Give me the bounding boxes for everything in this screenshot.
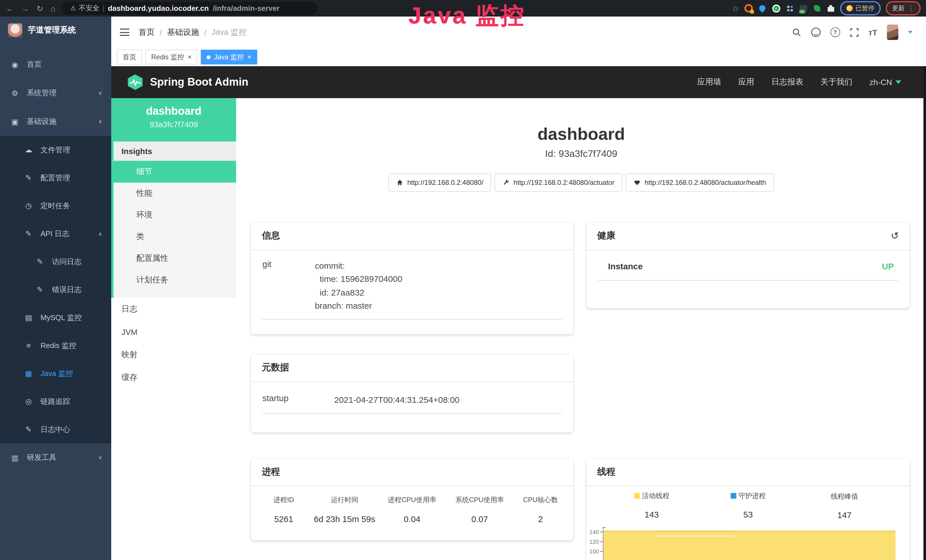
menu-item-logs[interactable]: 日志: [111, 298, 236, 321]
extension-on-icon[interactable]: on: [799, 4, 808, 12]
paused-label: 已暂停: [856, 4, 875, 12]
tick-mark: [600, 551, 603, 552]
menu-item-metrics[interactable]: 性能: [113, 183, 236, 204]
menu-item-details[interactable]: 细节: [113, 161, 236, 183]
font-size-icon[interactable]: тT: [869, 28, 877, 37]
bookmark-star-icon[interactable]: ☆: [732, 4, 739, 13]
instance-header: dashboard 93a3fc7f7409: [111, 98, 236, 141]
info-card-title: 信息: [251, 222, 573, 250]
instance-sidebar: dashboard 93a3fc7f7409 Insights 细节 性能 环境…: [111, 98, 236, 560]
reload-icon[interactable]: ↻: [36, 4, 43, 12]
sba-nav-wallboard[interactable]: 应用墙: [697, 77, 721, 87]
help-icon[interactable]: ?: [830, 27, 840, 37]
tick-mark: [600, 542, 603, 542]
y-tick-120: 120: [586, 539, 599, 545]
sidebar-item-redis[interactable]: ≡ Redis 监控: [0, 331, 111, 359]
url-domain: dashboard.yudao.iocoder.cn: [108, 4, 209, 12]
address-bar[interactable]: ⚠ 不安全 dashboard.yudao.iocoder.cn/infra/a…: [62, 2, 318, 15]
sidebar-item-config[interactable]: ✎ 配置管理: [0, 164, 111, 192]
sba-nav-applications[interactable]: 应用: [738, 77, 754, 87]
hamburger-icon[interactable]: [120, 29, 130, 36]
close-icon[interactable]: ×: [247, 54, 251, 61]
user-avatar[interactable]: [887, 24, 898, 40]
metadata-card: 元数据 startup 2021-04-27T00:44:31.254+08:0…: [251, 354, 573, 433]
breadcrumb-infra[interactable]: 基础设施: [167, 27, 199, 37]
sidebar-item-mysql[interactable]: ▤ MySQL 监控: [0, 304, 111, 331]
sba-nav-about[interactable]: 关于我们: [820, 77, 852, 87]
language-selector[interactable]: zh-CN: [870, 77, 901, 87]
sba-nav-journal[interactable]: 日志报表: [772, 77, 803, 87]
threads-legend: 活动线程 143 守护进程 53 线程峰值: [586, 486, 910, 520]
sidebar-item-error-log[interactable]: ✎ 错误日志: [0, 275, 111, 304]
sba-brand[interactable]: Spring Boot Admin: [150, 76, 248, 88]
home-icon[interactable]: ⌂: [50, 4, 55, 12]
annotation-text: Java 监控: [409, 0, 526, 31]
threads-area-series: [604, 531, 896, 560]
process-col-pid: 进程ID: [257, 495, 311, 505]
tab-redis[interactable]: Redis 监控 ×: [145, 50, 197, 65]
github-icon[interactable]: [811, 27, 820, 37]
history-icon[interactable]: ↺: [891, 230, 899, 242]
close-icon[interactable]: ×: [188, 54, 192, 61]
avatar-caret-icon[interactable]: [908, 31, 912, 34]
update-label: 更新: [892, 4, 905, 12]
sidebar-item-infra[interactable]: ▣ 基础设施 ∧: [0, 107, 111, 136]
url-path: /infra/admin-server: [213, 4, 280, 12]
search-icon[interactable]: [792, 28, 801, 37]
sidebar-item-trace[interactable]: ◎ 链路追踪: [0, 387, 111, 415]
fullscreen-icon[interactable]: [850, 28, 859, 37]
security-warning[interactable]: ⚠ 不安全: [70, 3, 99, 13]
extension-grid-icon[interactable]: [785, 4, 794, 12]
emoji-face-icon: [846, 5, 853, 11]
service-url-button[interactable]: http://192.168.0.2:48080/: [389, 173, 492, 192]
menu-item-config-props[interactable]: 配置属性: [113, 248, 236, 269]
sidebar-item-java[interactable]: ▦ Java 监控: [0, 359, 111, 387]
metadata-card-title: 元数据: [251, 354, 573, 382]
menu-item-mappings[interactable]: 映射: [111, 344, 236, 366]
health-url-button[interactable]: http://192.168.0.2:48080/actuator/health: [626, 173, 774, 192]
sidebar-item-access-log[interactable]: ✎ 访问日志: [0, 248, 111, 275]
menu-item-jvm[interactable]: JVM: [111, 321, 236, 344]
extension-puzzle-icon[interactable]: [826, 4, 835, 12]
extension-pin-icon[interactable]: [758, 4, 767, 12]
app-logo: [8, 23, 22, 37]
legend-daemon-value: 53: [700, 510, 796, 519]
extension-green-circle-icon[interactable]: y: [772, 4, 780, 12]
layers-icon: ≡: [24, 341, 33, 350]
tab-home[interactable]: 首页: [117, 50, 142, 65]
paused-extension-badge[interactable]: 已暂停: [840, 1, 881, 15]
app-sidebar: 芋道管理系统 ◉ 首页 ⚙ 系统管理 ∨ ▣ 基础设施 ∧ ☁ 文件管理: [0, 17, 111, 560]
extension-orange-icon[interactable]: 1: [744, 4, 753, 12]
actuator-url-button[interactable]: http://192.168.0.2:48080/actuator: [495, 173, 623, 192]
menu-item-scheduled-tasks[interactable]: 计划任务: [113, 269, 236, 291]
page-scrollbar[interactable]: [923, 66, 926, 560]
sidebar-item-log-center[interactable]: ✎ 日志中心: [0, 415, 111, 443]
sidebar-item-system[interactable]: ⚙ 系统管理 ∨: [0, 79, 111, 107]
menu-item-caches[interactable]: 缓存: [111, 366, 236, 389]
sidebar-item-home[interactable]: ◉ 首页: [0, 50, 111, 79]
sidebar-item-api-log[interactable]: ✎ API 日志 ∧: [0, 219, 111, 248]
sidebar-item-dev-tools[interactable]: ▥ 研发工具 ∨: [0, 443, 111, 472]
chevron-up-icon: ∧: [98, 231, 102, 236]
tags-view: 首页 Redis 监控 × Java 监控 ×: [111, 48, 926, 67]
update-browser-button[interactable]: 更新 ⋮: [886, 1, 921, 15]
legend-blue-swatch: [730, 493, 736, 499]
app-title: 芋道管理系统: [28, 25, 76, 35]
breadcrumb-home[interactable]: 首页: [139, 27, 154, 37]
menu-item-environment[interactable]: 环境: [113, 204, 236, 226]
breadcrumb-separator: /: [160, 28, 162, 37]
legend-yellow-swatch: [634, 493, 640, 499]
sidebar-item-file[interactable]: ☁ 文件管理: [0, 136, 111, 164]
menu-item-classes[interactable]: 类: [113, 226, 236, 248]
sba-logo-icon[interactable]: [127, 74, 144, 91]
app-logo-row[interactable]: 芋道管理系统: [0, 17, 111, 44]
sidebar-item-job[interactable]: ◷ 定时任务: [0, 192, 111, 219]
process-val-pid: 5261: [257, 514, 311, 524]
tab-java[interactable]: Java 监控 ×: [201, 50, 257, 65]
metadata-startup-label: startup: [262, 393, 334, 407]
chrome-menu-icon[interactable]: ⋮: [908, 4, 914, 12]
extension-leaf-icon[interactable]: [813, 4, 822, 12]
back-icon[interactable]: ←: [6, 4, 14, 12]
forward-icon[interactable]: →: [21, 4, 29, 12]
instance-links: http://192.168.0.2:48080/ http://192.168…: [236, 173, 926, 192]
